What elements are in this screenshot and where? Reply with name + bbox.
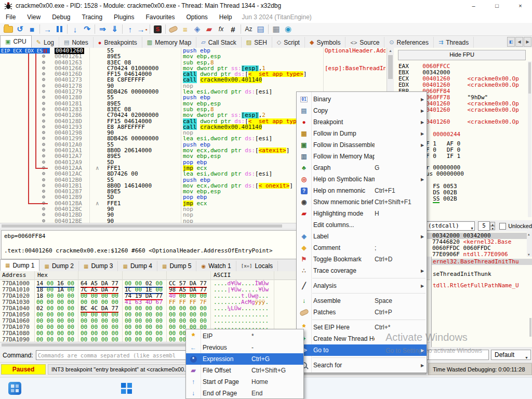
tab-cpu[interactable]: ▣CPU: [0, 35, 32, 48]
run-to-selection-icon[interactable]: ⇒: [97, 24, 109, 35]
submenu-previous[interactable]: ←Previous-: [186, 342, 303, 353]
pause-icon[interactable]: [54, 24, 65, 35]
layers-icon[interactable]: ≡: [179, 24, 191, 35]
restart-icon[interactable]: ↺: [14, 24, 26, 35]
skip-exceptions-icon[interactable]: S: [152, 24, 164, 35]
menu-assemble[interactable]: ↓AssembleSpace: [297, 295, 427, 307]
menubar-item-view[interactable]: View: [21, 11, 46, 23]
breakpoint-dot[interactable]: [42, 195, 45, 198]
breakpoint-dot[interactable]: [42, 178, 45, 181]
step-over-icon[interactable]: ↷: [81, 24, 93, 35]
menubar-item-debug[interactable]: Debug: [46, 11, 76, 23]
breakpoint-dot[interactable]: [42, 125, 45, 128]
stop-icon[interactable]: ■: [26, 24, 38, 35]
stack-row[interactable]: seThreadInitThunk: [432, 271, 532, 277]
menubar-item-favourites[interactable]: Favourites: [140, 11, 180, 23]
menu-show-mnemonic-brief[interactable]: ◉Show mnemonic briefCtrl+Shift+F1: [297, 196, 427, 208]
submenu-expression[interactable]: *ExpressionCtrl+G: [186, 353, 303, 365]
breakpoint-dot[interactable]: [42, 131, 45, 134]
hash-icon[interactable]: #: [227, 24, 239, 35]
disasm-row[interactable]: 0040126189E5mov ebp,esp: [0, 54, 387, 59]
submenu-eip[interactable]: *EIP*: [186, 330, 303, 342]
argument-count-spinner[interactable]: 5 ▲ ▼: [478, 221, 490, 231]
menu-comment[interactable]: ◆Comment;: [297, 242, 427, 254]
menu-set-eip-here[interactable]: *Set EIP HereCtrl+*: [297, 322, 427, 333]
tab-memory-map[interactable]: ▥Memory Map: [142, 37, 196, 48]
tab-breakpoints[interactable]: ●Breakpoints: [94, 37, 142, 48]
breakpoint-dot[interactable]: [42, 149, 45, 152]
close-button[interactable]: ×: [509, 0, 532, 11]
breakpoint-dot[interactable]: [42, 78, 45, 81]
tab-dump-4[interactable]: ▦Dump 4: [118, 261, 157, 271]
breakpoint-dot[interactable]: [42, 190, 45, 193]
run-to-user-code-icon[interactable]: →●: [136, 24, 148, 35]
stack-row[interactable]: ernel32.BaseThreadInitThu: [432, 259, 532, 265]
stack-row[interactable]: tdll.RtlGetFullPathName_U: [432, 283, 532, 289]
menu-help-on-symbolic-name[interactable]: ◎Help on Symbolic Name▶: [297, 174, 427, 185]
run-until-return-icon[interactable]: ↑: [124, 24, 136, 35]
breakpoint-dot[interactable]: [42, 219, 45, 222]
menu-graph[interactable]: ♣GraphG: [297, 162, 427, 174]
unlocked-checkbox[interactable]: [499, 223, 506, 230]
breakpoint-dot[interactable]: [42, 90, 45, 93]
breakpoint-dot[interactable]: [42, 113, 45, 116]
submenu-end-of-page[interactable]: ↓End of PageEnd: [186, 388, 303, 399]
menubar-item-file[interactable]: File: [0, 11, 21, 23]
menubar-item-tracing[interactable]: Tracing: [76, 11, 109, 23]
stack-scrollbar[interactable]: [529, 257, 532, 347]
modules-icon[interactable]: ▤: [255, 24, 267, 35]
fx-icon[interactable]: fx: [215, 24, 227, 35]
tab-dump-1[interactable]: ▦Dump 1: [0, 259, 39, 271]
breakpoint-dot[interactable]: [42, 55, 45, 58]
arguments-scrollbar[interactable]: ▲ ▼: [527, 232, 532, 257]
default-combo[interactable]: Default ▼: [491, 350, 531, 360]
breakpoint-dot[interactable]: [42, 143, 45, 146]
menu-copy[interactable]: ▤Copy▶: [297, 105, 427, 116]
spinner-up-icon[interactable]: ▲: [490, 222, 495, 226]
tab-log[interactable]: ✎Log: [32, 37, 59, 48]
menu-edit-columns[interactable]: Edit columns...: [297, 219, 427, 231]
calculator-icon[interactable]: ▦: [270, 24, 282, 35]
breakpoint-dot[interactable]: [42, 102, 45, 105]
breakpoint-dot[interactable]: [42, 72, 45, 75]
menu-analysis[interactable]: ╱Analysis▶: [297, 280, 427, 291]
menu-label[interactable]: ◈Label▶: [297, 231, 427, 242]
menu-patches[interactable]: PatchesCtrl+P: [297, 307, 427, 318]
menu-toggle-bookmark[interactable]: ⚑Toggle BookmarkCtrl+D: [297, 254, 427, 265]
spinner-down-icon[interactable]: ▼: [490, 226, 495, 230]
menubar-item-plugins[interactable]: Plugins: [108, 11, 140, 23]
tab-overflow-icon[interactable]: ◧: [507, 37, 515, 47]
eraser-icon[interactable]: ▰: [203, 24, 215, 35]
tab-locals[interactable]: [x=]Locals: [236, 261, 278, 271]
maximize-button[interactable]: □: [485, 0, 509, 11]
open-file-icon[interactable]: [2, 24, 14, 35]
menu-breakpoint[interactable]: ●Breakpoint▶: [297, 116, 427, 128]
patches-icon[interactable]: [167, 24, 179, 35]
start-button[interactable]: [121, 383, 132, 394]
menubar-item-help[interactable]: Help: [214, 11, 238, 23]
tab-dump-2[interactable]: ▦Dump 2: [39, 261, 78, 271]
breakpoint-dot[interactable]: [42, 119, 45, 123]
menu-go-to[interactable]: ≫Go to▶: [297, 344, 427, 356]
tab-script[interactable]: ◇Script: [272, 37, 305, 48]
globe-icon[interactable]: ◉: [282, 24, 294, 35]
breakpoint-dot[interactable]: [42, 172, 45, 175]
widgets-icon[interactable]: [8, 382, 21, 395]
minimize-button[interactable]: –: [462, 0, 485, 11]
tab-scroll-right[interactable]: ▶: [524, 37, 531, 47]
tab-references[interactable]: ⊙References: [384, 37, 434, 48]
step-into-icon[interactable]: ↓: [69, 24, 81, 35]
tab-threads[interactable]: ⇉Threads: [434, 37, 474, 48]
tab-notes[interactable]: ▤Notes: [59, 37, 94, 48]
breakpoint-dot[interactable]: [42, 154, 45, 157]
menu-binary[interactable]: 01Binary▶: [297, 94, 427, 105]
menubar-item-options[interactable]: Options: [180, 11, 213, 23]
submenu-file-offset[interactable]: ▰File OffsetCtrl+Shift+G: [186, 365, 303, 376]
menu-follow-in-memory-map[interactable]: ▥Follow in Memory Map: [297, 151, 427, 162]
script-field[interactable]: [428, 350, 489, 360]
menu-follow-in-disassembler[interactable]: ▣Follow in Disassembler▶: [297, 139, 427, 151]
breakpoint-dot[interactable]: [42, 137, 45, 140]
tab-call-stack[interactable]: ▱Call Stack: [196, 37, 242, 48]
menu-create-new-thread-here[interactable]: +Create New Thread Here: [297, 333, 427, 344]
tab-dump-5[interactable]: ▦Dump 5: [157, 261, 196, 271]
